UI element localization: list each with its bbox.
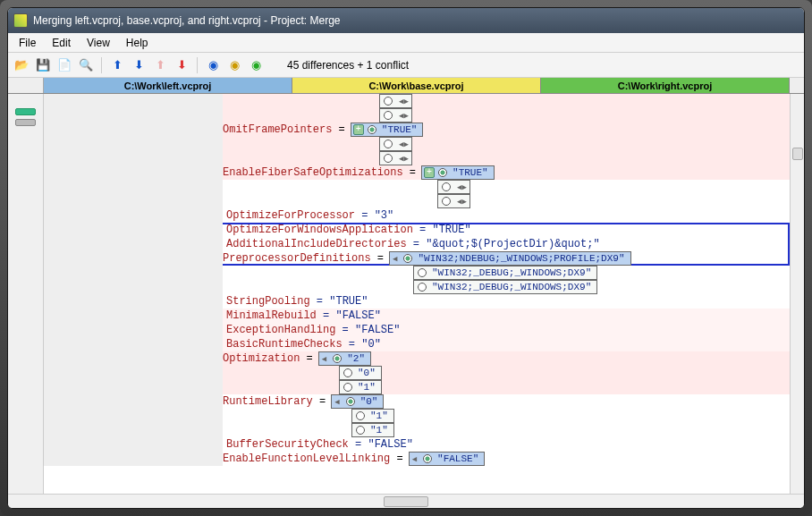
chip-preproc-3[interactable]: "WIN32;_DEBUG;_WINDOWS;DX9" bbox=[413, 280, 597, 294]
row-omitframepointers: OmitFramePointers = +"TRUE" bbox=[44, 123, 790, 137]
menu-help[interactable]: Help bbox=[119, 35, 156, 51]
toolbar: 📂 💾 📄 🔍 ⬆ ⬇ ⬆ ⬇ ◉ ◉ ◉ 45 differences + 1… bbox=[8, 53, 804, 78]
chip-rt-3[interactable]: "1" bbox=[351, 423, 394, 437]
content[interactable]: ◀▶ ◀▶ OmitFramePointers = +"TRUE" ◀▶ bbox=[44, 94, 790, 494]
chip-rt-2[interactable]: "1" bbox=[351, 409, 394, 423]
row-preproc: PreprocessorDefinitions = ◀"WIN32;NDEBUG… bbox=[44, 251, 790, 266]
tb-down-red-icon[interactable]: ⬇ bbox=[173, 57, 190, 73]
app-icon bbox=[13, 13, 28, 28]
gutter bbox=[8, 94, 44, 494]
row-optimization: Optimization = ◀"2" bbox=[44, 351, 790, 366]
hscrollbar[interactable] bbox=[8, 494, 804, 508]
chip-blank[interactable]: ◀▶ bbox=[379, 94, 412, 108]
menu-view[interactable]: View bbox=[80, 35, 117, 51]
col-right[interactable]: C:\Work\right.vcproj bbox=[541, 78, 790, 93]
tb-saveas-icon[interactable]: 📄 bbox=[56, 57, 72, 73]
row-addlinc: AdditionalIncludeDirectories = "&quot;$(… bbox=[44, 237, 790, 251]
chip-opt-2[interactable]: "0" bbox=[339, 366, 382, 380]
col-base[interactable]: C:\Work\base.vcproj bbox=[292, 78, 541, 93]
column-headers: C:\Work\left.vcproj C:\Work\base.vcproj … bbox=[8, 78, 804, 94]
chip-omitframe-c[interactable]: ◀▶ bbox=[379, 151, 412, 165]
titlebar[interactable]: Merging left.vcproj, base.vcproj, and ri… bbox=[8, 8, 804, 33]
tb-open-icon[interactable]: 📂 bbox=[13, 57, 30, 73]
chip-fibersafe-c[interactable]: ◀▶ bbox=[437, 194, 470, 208]
row-runtimelib: RuntimeLibrary = ◀"0" bbox=[44, 394, 790, 409]
row-blank-1: ◀▶ bbox=[44, 94, 790, 108]
chip-omitframe-sel[interactable]: +"TRUE" bbox=[351, 123, 424, 137]
app-window: Merging left.vcproj, base.vcproj, and ri… bbox=[7, 7, 805, 509]
menubar: File Edit View Help bbox=[8, 33, 804, 53]
chip-funclink-sel[interactable]: ◀"FALSE" bbox=[409, 452, 486, 466]
row-optforproc: OptimizeForProcessor = "3" bbox=[44, 208, 790, 223]
row-enablefunclink: EnableFunctionLevelLinking = ◀"FALSE" bbox=[44, 452, 790, 466]
chip-opt-1[interactable]: ◀"2" bbox=[318, 351, 371, 366]
tb-down-blue-icon[interactable]: ⬇ bbox=[131, 57, 147, 73]
row-exchandling: ExceptionHandling = "FALSE" bbox=[44, 323, 790, 337]
chip-fibersafe-b[interactable]: ◀▶ bbox=[437, 180, 470, 194]
tb-mark-left-icon[interactable]: ◉ bbox=[205, 57, 221, 73]
chip-fibersafe-sel[interactable]: +"TRUE" bbox=[421, 165, 495, 180]
window-title: Merging left.vcproj, base.vcproj, and ri… bbox=[33, 14, 340, 27]
tb-up-red-icon[interactable]: ⬆ bbox=[152, 57, 168, 73]
col-left[interactable]: C:\Work\left.vcproj bbox=[44, 78, 292, 93]
menu-file[interactable]: File bbox=[12, 35, 43, 51]
row-enablefibersafe: EnableFiberSafeOptimizations = +"TRUE" bbox=[44, 165, 790, 180]
vscrollbar[interactable] bbox=[790, 94, 804, 494]
row-minrebuild: MinimalRebuild = "FALSE" bbox=[44, 309, 790, 323]
chip-omitframe-b[interactable]: ◀▶ bbox=[379, 137, 412, 151]
tb-save-icon[interactable]: 💾 bbox=[35, 57, 51, 73]
diff-status: 45 differences + 1 conflict bbox=[287, 59, 409, 72]
menu-edit[interactable]: Edit bbox=[45, 35, 78, 51]
tb-mark-right-icon[interactable]: ◉ bbox=[248, 57, 264, 73]
tb-mark-base-icon[interactable]: ◉ bbox=[226, 57, 242, 73]
row-basicruntime: BasicRuntimeChecks = "0" bbox=[44, 337, 790, 351]
merge-view: ◀▶ ◀▶ OmitFramePointers = +"TRUE" ◀▶ bbox=[8, 94, 804, 494]
chip-rt-1[interactable]: ◀"0" bbox=[331, 394, 384, 409]
chip-blank[interactable]: ◀▶ bbox=[379, 108, 412, 123]
chip-preproc-1[interactable]: ◀"WIN32;NDEBUG;_WINDOWS;PROFILE;DX9" bbox=[389, 251, 630, 266]
row-optforwin: OptimizeForWindowsApplication = "TRUE" bbox=[44, 223, 790, 237]
chip-opt-3[interactable]: "1" bbox=[339, 380, 382, 394]
row-bufseccheck: BufferSecurityCheck = "FALSE" bbox=[44, 437, 790, 452]
tb-up-blue-icon[interactable]: ⬆ bbox=[109, 57, 125, 73]
row-stringpooling: StringPooling = "TRUE" bbox=[44, 294, 790, 309]
chip-preproc-2[interactable]: "WIN32;_DEBUG;_WINDOWS;DX9" bbox=[413, 266, 597, 280]
tb-find-icon[interactable]: 🔍 bbox=[78, 57, 94, 73]
row-blank-2: ◀▶ bbox=[44, 108, 790, 123]
